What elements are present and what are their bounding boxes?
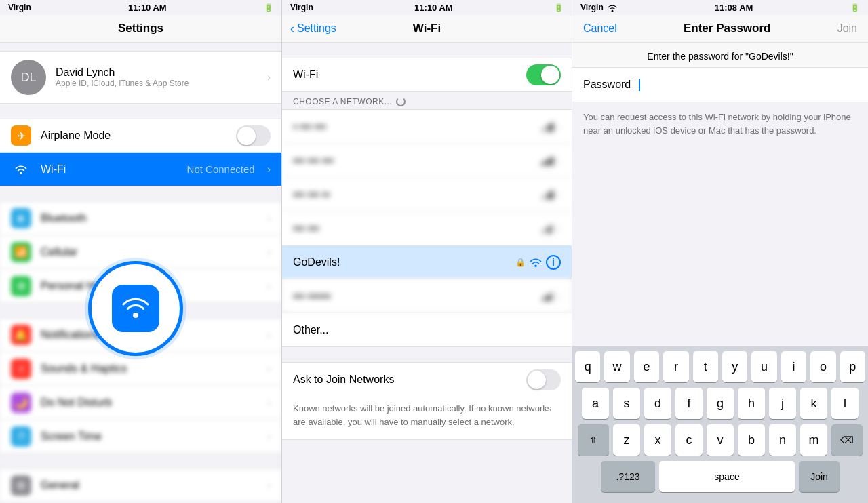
key-x[interactable]: x — [644, 424, 671, 456]
cancel-button[interactable]: Cancel — [583, 22, 617, 35]
password-input[interactable] — [639, 79, 640, 92]
hotspot-icon: ⊕ — [11, 276, 31, 296]
key-m[interactable]: m — [800, 424, 827, 456]
airplane-toggle[interactable] — [236, 125, 271, 146]
key-s[interactable]: s — [613, 388, 640, 419]
time-1: 11:10 AM — [128, 3, 167, 13]
network-item[interactable]: ▪▪▪ ▪▪▪ ▪▪ › — [282, 178, 572, 212]
profile-row[interactable]: DL David Lynch Apple ID, iCloud, iTunes … — [0, 51, 281, 104]
network-item[interactable]: ▪ ▪▪▪ ▪▪▪ › — [282, 110, 572, 144]
info-circle-icon[interactable]: i — [546, 255, 561, 270]
wifi-item[interactable]: Wi-Fi Not Connected › — [0, 153, 281, 186]
key-n[interactable]: n — [769, 424, 796, 456]
time-2: 11:10 AM — [414, 3, 453, 13]
wifi-nav: ‹ Settings Wi-Fi — [282, 15, 572, 43]
key-a[interactable]: a — [582, 388, 609, 419]
carrier-signal-2: Virgin — [290, 3, 313, 12]
key-e[interactable]: e — [634, 351, 659, 382]
general-icon: ⚙ — [11, 475, 31, 496]
dnd-item[interactable]: 🌙 Do Not Disturb › — [0, 386, 281, 420]
keyboard-row-2: a s d f g h j k l — [575, 388, 865, 419]
key-z[interactable]: z — [613, 424, 640, 456]
settings-panel: Virgin 11:10 AM 🔋 Settings DL David Lync… — [0, 0, 281, 503]
text-cursor — [639, 79, 640, 91]
bluetooth-item[interactable]: B Bluetooth › — [0, 201, 281, 235]
bluetooth-label: Bluetooth — [41, 212, 255, 224]
backspace-key[interactable]: ⌫ — [831, 424, 863, 456]
settings-group-blurred3: ⚙ General › — [0, 468, 281, 502]
wifi-main-toggle[interactable] — [526, 64, 561, 85]
screentime-label: Screen Time — [41, 430, 255, 443]
key-r[interactable]: r — [663, 351, 688, 382]
key-y[interactable]: y — [722, 351, 747, 382]
key-o[interactable]: o — [810, 351, 835, 382]
chevron-icon: › — [557, 290, 561, 302]
wifi-value: Not Connected — [187, 163, 255, 175]
other-network-row[interactable]: Other... — [282, 313, 572, 347]
join-button[interactable]: Join — [837, 22, 857, 35]
key-c[interactable]: c — [675, 424, 703, 456]
screentime-item[interactable]: ⏱ Screen Time › — [0, 420, 281, 454]
chevron-icon: › — [557, 188, 561, 201]
password-hint-text: You can request access to this Wi-Fi net… — [572, 102, 868, 145]
space-key[interactable]: space — [659, 461, 795, 492]
join-keyboard-key[interactable]: Join — [799, 461, 840, 492]
key-i[interactable]: i — [781, 351, 806, 382]
key-t[interactable]: t — [693, 351, 718, 382]
key-g[interactable]: g — [707, 388, 734, 419]
airplane-mode-label: Airplane Mode — [41, 129, 226, 142]
ask-join-toggle[interactable] — [526, 369, 561, 390]
back-button[interactable]: ‹ Settings — [290, 22, 336, 36]
general-item[interactable]: ⚙ General › — [0, 468, 281, 502]
dialog-prompt: Enter the password for "GoDevils!" — [572, 43, 868, 68]
airplane-mode-item[interactable]: ✈ Airplane Mode — [0, 119, 281, 153]
sounds-item[interactable]: ♫ Sounds & Haptics › — [0, 352, 281, 386]
wifi-toggle-label: Wi-Fi — [293, 68, 526, 81]
key-v[interactable]: v — [707, 424, 734, 456]
sounds-label: Sounds & Haptics — [41, 363, 255, 375]
sounds-icon: ♫ — [11, 359, 31, 379]
key-b[interactable]: b — [738, 424, 765, 456]
password-panel: Virgin 11:08 AM 🔋 Cancel Enter Password … — [572, 0, 868, 503]
numbers-key[interactable]: .?123 — [601, 461, 655, 492]
key-h[interactable]: h — [738, 388, 765, 419]
key-l[interactable]: l — [831, 388, 859, 419]
enter-password-title: Enter Password — [684, 22, 771, 35]
choose-network-header: CHOOSE A NETWORK... — [282, 92, 572, 109]
screentime-icon: ⏱ — [11, 426, 31, 447]
notifications-icon: 🔔 — [11, 325, 31, 345]
general-chevron: › — [267, 479, 271, 491]
ask-join-description: Known networks will be joined automatica… — [282, 397, 572, 439]
wifi-signal-icon — [530, 258, 542, 267]
ask-join-toggle-knob — [528, 371, 546, 389]
carrier-3: Virgin — [580, 3, 617, 12]
shift-key[interactable]: ⇧ — [578, 424, 609, 456]
status-bar-3: Virgin 11:08 AM 🔋 — [572, 0, 868, 15]
network-item[interactable]: ▪▪▪ ▪▪▪ ▪▪▪ › — [282, 144, 572, 178]
godevils-network-row[interactable]: GoDevils! 🔒 i — [282, 245, 572, 279]
key-u[interactable]: u — [751, 351, 776, 382]
wifi-panel: Virgin 11:10 AM 🔋 ‹ Settings Wi-Fi Wi-Fi… — [281, 0, 572, 503]
wifi-spotlight-circle — [88, 261, 183, 356]
status-bar-1: Virgin 11:10 AM 🔋 — [0, 0, 281, 15]
dialog-nav: Cancel Enter Password Join — [572, 15, 868, 43]
settings-title: Settings — [118, 22, 163, 35]
profile-name: David Lynch — [56, 66, 189, 79]
key-d[interactable]: d — [644, 388, 671, 419]
wifi-status-icon — [608, 4, 617, 12]
profile-subtitle: Apple ID, iCloud, iTunes & App Store — [56, 79, 189, 88]
key-k[interactable]: k — [800, 388, 827, 419]
status-bar-2: Virgin 11:10 AM 🔋 — [282, 0, 572, 15]
network-item[interactable]: ▪▪▪ ▪▪▪ › — [282, 212, 572, 245]
key-q[interactable]: q — [575, 351, 600, 382]
cellular-label: Cellular — [41, 246, 255, 258]
wifi-toggle-row[interactable]: Wi-Fi — [282, 58, 572, 92]
key-f[interactable]: f — [675, 388, 703, 419]
profile-chevron: › — [267, 71, 271, 83]
network-item-blurred[interactable]: ▪▪▪ ▪▪▪▪▪▪ › — [282, 279, 572, 313]
key-p[interactable]: p — [840, 351, 865, 382]
key-w[interactable]: w — [604, 351, 629, 382]
ask-join-row[interactable]: Ask to Join Networks — [282, 363, 572, 397]
key-j[interactable]: j — [769, 388, 796, 419]
wifi-toggle-knob — [541, 66, 559, 84]
